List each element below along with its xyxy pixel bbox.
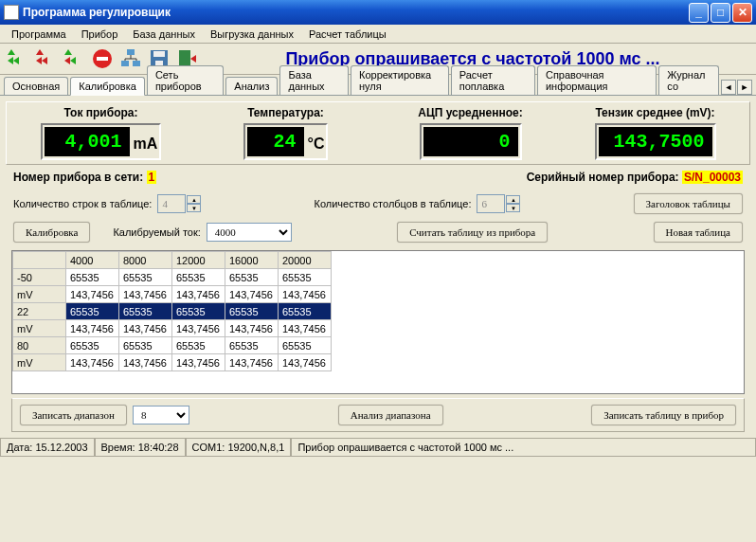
column-header[interactable]: 8000 [119, 252, 172, 269]
table-cell[interactable]: 143,7456 [66, 354, 119, 371]
tab-log[interactable]: Журнал со [658, 65, 719, 95]
rows-down[interactable]: ▼ [187, 204, 201, 212]
table-cell[interactable]: 65535 [66, 303, 119, 320]
table-cell[interactable]: 65535 [172, 303, 225, 320]
table-cell[interactable]: 143,7456 [172, 286, 225, 303]
table-cell[interactable]: 65535 [172, 337, 225, 354]
table-cell[interactable]: 143,7456 [66, 286, 119, 303]
write-table-button[interactable]: Записать таблицу в прибор [591, 405, 736, 425]
column-header[interactable]: 16000 [225, 252, 279, 269]
row-header[interactable]: mV [13, 354, 66, 371]
calib-current-select[interactable]: 4000 [207, 223, 292, 242]
column-header[interactable]: 12000 [172, 252, 225, 269]
table-cell[interactable]: 143,7456 [225, 286, 279, 303]
table-row[interactable]: mV143,7456143,7456143,7456143,7456143,74… [13, 320, 332, 337]
menu-export[interactable]: Выгрузка данных [203, 27, 301, 42]
table-cell[interactable]: 65535 [279, 337, 332, 354]
tab-main[interactable]: Основная [4, 77, 68, 95]
maximize-button[interactable]: □ [711, 3, 730, 23]
table-cell[interactable]: 143,7456 [225, 320, 279, 337]
tab-db[interactable]: База данных [279, 65, 349, 95]
table-cell[interactable]: 143,7456 [279, 320, 332, 337]
table-cell[interactable]: 143,7456 [119, 354, 172, 371]
titlebar: Программа регулировщик _ □ ✕ [0, 0, 756, 25]
table-cell[interactable]: 65535 [225, 269, 279, 286]
tenzik-label: Тензик среднее (mV): [565, 106, 746, 119]
network-icon[interactable] [117, 45, 144, 72]
table-cell[interactable]: 143,7456 [66, 320, 119, 337]
svg-rect-4 [127, 49, 135, 55]
read-table-button[interactable]: Считать таблицу из прибора [397, 222, 548, 243]
table-cell[interactable]: 65535 [172, 269, 225, 286]
table-row[interactable]: mV143,7456143,7456143,7456143,7456143,74… [13, 354, 332, 371]
new-table-button[interactable]: Новая таблица [654, 222, 743, 243]
recycle-red-icon[interactable] [32, 45, 59, 72]
close-button[interactable]: ✕ [732, 3, 752, 23]
display-panel: Ток прибора: 4,001mA Температура: 24°C А… [6, 101, 750, 165]
table-cell[interactable]: 65535 [225, 303, 279, 320]
menu-database[interactable]: База данных [125, 27, 203, 42]
table-cell[interactable]: 143,7456 [279, 354, 332, 371]
cols-input[interactable] [477, 194, 505, 213]
tab-help[interactable]: Справочная информация [537, 65, 657, 95]
table-cell[interactable]: 143,7456 [279, 286, 332, 303]
row-header[interactable]: -50 [13, 269, 66, 286]
stop-icon[interactable] [89, 45, 116, 72]
bottom-bar: Записать диапазон 8 Анализ диапазона Зап… [11, 398, 745, 432]
current-label: Ток прибора: [10, 106, 191, 119]
cols-up[interactable]: ▲ [506, 195, 520, 204]
table-cell[interactable]: 65535 [119, 337, 172, 354]
row-header[interactable]: 22 [13, 303, 66, 320]
table-cell[interactable]: 65535 [119, 269, 172, 286]
table-cell[interactable]: 143,7456 [225, 354, 279, 371]
menu-calc[interactable]: Расчет таблицы [301, 27, 394, 42]
tab-calibration[interactable]: Калибровка [70, 77, 145, 96]
table-cell[interactable]: 65535 [66, 337, 119, 354]
table-cell[interactable]: 143,7456 [172, 320, 225, 337]
tab-float[interactable]: Расчет поплавка [451, 65, 535, 95]
minimize-button[interactable]: _ [689, 3, 709, 23]
table-cell[interactable]: 65535 [279, 303, 332, 320]
app-icon [4, 5, 19, 20]
cols-label: Количество столбцов в таблице: [314, 198, 471, 209]
recycle-green-icon[interactable] [4, 45, 30, 72]
menu-device[interactable]: Прибор [74, 27, 126, 42]
row-header[interactable]: mV [13, 286, 66, 303]
table-cell[interactable]: 143,7456 [119, 286, 172, 303]
write-range-button[interactable]: Записать диапазон [20, 405, 127, 425]
table-row[interactable]: -506553565535655356553565535 [13, 269, 332, 286]
table-cell[interactable]: 65535 [66, 269, 119, 286]
tab-scroll-right[interactable]: ► [737, 80, 752, 95]
data-table-wrap[interactable]: 40008000120001600020000 -506553565535655… [11, 250, 745, 394]
cols-down[interactable]: ▼ [506, 204, 520, 212]
column-header[interactable]: 4000 [66, 252, 119, 269]
rows-up[interactable]: ▲ [187, 195, 201, 204]
header-table-button[interactable]: Заголовок таблицы [634, 193, 744, 214]
menu-program[interactable]: Программа [4, 27, 74, 42]
tabstrip: Основная Калибровка Сеть приборов Анализ… [0, 75, 756, 96]
calibration-button[interactable]: Калибровка [13, 222, 90, 243]
tab-zero[interactable]: Корректировка нуля [351, 65, 449, 95]
table-cell[interactable]: 65535 [119, 303, 172, 320]
tab-network[interactable]: Сеть приборов [147, 65, 224, 95]
recycle-mix-icon[interactable] [61, 45, 87, 72]
current-unit: mA [134, 136, 158, 153]
table-cell[interactable]: 65535 [225, 337, 279, 354]
rows-input[interactable] [157, 194, 186, 213]
data-table: 40008000120001600020000 -506553565535655… [12, 251, 332, 371]
column-header[interactable]: 20000 [279, 252, 332, 269]
table-cell[interactable]: 143,7456 [172, 354, 225, 371]
table-row[interactable]: 806553565535655356553565535 [13, 337, 332, 354]
row-header[interactable]: mV [13, 320, 66, 337]
tab-analysis[interactable]: Анализ [225, 77, 278, 95]
row-header[interactable]: 80 [13, 337, 66, 354]
analyze-button[interactable]: Анализ диапазона [338, 405, 443, 425]
table-row[interactable]: 226553565535655356553565535 [13, 303, 332, 320]
range-select[interactable]: 8 [133, 406, 189, 425]
adc-value: 0 [423, 127, 518, 156]
table-cell[interactable]: 65535 [279, 269, 332, 286]
temp-value: 24 [247, 127, 304, 156]
tab-scroll-left[interactable]: ◄ [721, 80, 736, 95]
table-cell[interactable]: 143,7456 [119, 320, 172, 337]
table-row[interactable]: mV143,7456143,7456143,7456143,7456143,74… [13, 286, 332, 303]
